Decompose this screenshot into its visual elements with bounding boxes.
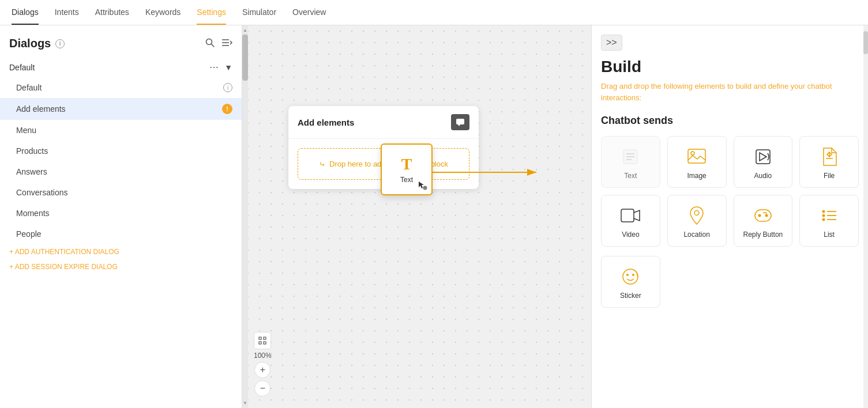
sidebar-item-add-elements[interactable]: Add elements ! xyxy=(0,98,242,120)
scroll-down-arrow[interactable]: ▼ xyxy=(242,401,248,406)
svg-point-37 xyxy=(626,274,629,276)
expand-icon[interactable]: ▼ xyxy=(224,63,232,72)
sidebar-item-answers[interactable]: Answers xyxy=(0,161,242,182)
sidebar-items: Default i Add elements ! Menu Products A… xyxy=(0,77,242,408)
svg-marker-23 xyxy=(760,153,766,161)
sidebar-item-answers-label: Answers xyxy=(16,167,47,176)
sidebar-item-products-label: Products xyxy=(16,146,48,156)
sticker-element-icon xyxy=(620,266,641,287)
sidebar-item-conversations[interactable]: Conversations xyxy=(0,182,242,203)
right-scrollbar[interactable] xyxy=(863,25,868,408)
sidebar-item-moments[interactable]: Moments xyxy=(0,203,242,224)
zoom-percent-label: 100% xyxy=(254,352,272,360)
zoom-in-button[interactable]: + xyxy=(254,362,270,378)
nav-settings[interactable]: Settings xyxy=(197,1,226,25)
dialog-group-header: Default ⋯ ▼ xyxy=(0,57,242,77)
image-element-label: Image xyxy=(687,172,706,180)
more-options-icon[interactable]: ⋯ xyxy=(209,62,219,73)
svg-point-21 xyxy=(691,152,694,155)
zoom-fit-button[interactable] xyxy=(254,332,271,349)
canvas-scrollbar[interactable]: ▲ ▼ xyxy=(242,25,248,408)
svg-point-29 xyxy=(765,214,768,217)
chat-bubble-icon xyxy=(451,114,469,130)
location-element-label: Location xyxy=(683,231,709,239)
element-file[interactable]: File xyxy=(799,136,859,188)
svg-point-38 xyxy=(632,274,634,276)
chatbot-sends-title: Chatbot sends xyxy=(601,115,859,127)
element-sticker[interactable]: Sticker xyxy=(601,256,660,308)
drop-zone-icon: ⤷ xyxy=(319,160,326,169)
dialog-group-label: Default xyxy=(9,63,35,72)
element-image[interactable]: Image xyxy=(667,136,727,188)
sidebar-item-default-child[interactable]: Default i xyxy=(0,77,242,98)
elements-grid: Text Image xyxy=(601,136,859,247)
scroll-up-arrow[interactable]: ▲ xyxy=(242,28,248,33)
right-panel: >> Build Drag and drop the following ele… xyxy=(591,25,868,408)
sticker-element-label: Sticker xyxy=(620,292,641,300)
right-scrollbar-thumb[interactable] xyxy=(863,31,868,54)
sidebar-info-icon[interactable]: i xyxy=(55,39,65,48)
svg-rect-12 xyxy=(259,337,261,339)
audio-element-icon xyxy=(753,146,773,167)
svg-point-34 xyxy=(822,218,825,221)
location-element-icon xyxy=(686,205,707,226)
svg-rect-27 xyxy=(755,210,771,221)
svg-rect-22 xyxy=(756,150,770,164)
svg-point-28 xyxy=(758,214,761,217)
element-reply-button[interactable]: Reply Button xyxy=(734,195,793,247)
sticker-row: Sticker xyxy=(601,256,859,308)
element-video[interactable]: Video xyxy=(601,195,660,247)
svg-rect-13 xyxy=(264,337,266,339)
add-auth-dialog-button[interactable]: + ADD AUTHENTICATION DIALOG xyxy=(0,244,242,259)
nav-intents[interactable]: Intents xyxy=(55,1,79,25)
text-block-dragging[interactable]: T Text xyxy=(381,143,433,195)
search-icon[interactable] xyxy=(205,37,215,50)
panel-title: Build xyxy=(601,58,859,76)
text-block-letter-icon: T xyxy=(401,155,412,173)
text-element-label: Text xyxy=(624,172,637,180)
nav-dialogs[interactable]: Dialogs xyxy=(12,1,39,25)
sidebar-item-conversations-label: Conversations xyxy=(16,188,68,197)
collapse-icon[interactable] xyxy=(222,39,232,49)
list-element-label: List xyxy=(824,231,835,239)
panel-subtitle: Drag and drop the following elements to … xyxy=(601,81,859,103)
svg-point-32 xyxy=(822,214,825,217)
panel-expand-button[interactable]: >> xyxy=(601,35,622,51)
sidebar-item-add-elements-label: Add elements xyxy=(16,104,66,114)
element-location[interactable]: Location xyxy=(667,195,727,247)
add-elements-card-title: Add elements xyxy=(298,118,354,127)
file-element-icon xyxy=(819,146,840,167)
svg-marker-6 xyxy=(458,124,460,126)
list-element-icon xyxy=(819,205,840,226)
sidebar-item-products[interactable]: Products xyxy=(0,141,242,161)
image-element-icon xyxy=(686,146,707,167)
sidebar-title: Dialogs i xyxy=(9,37,65,50)
sidebar-item-people-label: People xyxy=(16,229,42,239)
svg-rect-14 xyxy=(259,342,261,344)
nav-simulator[interactable]: Simulator xyxy=(242,1,276,25)
scroll-thumb[interactable] xyxy=(242,35,248,81)
arrow-indicator xyxy=(433,161,548,184)
zoom-out-button[interactable]: − xyxy=(254,380,270,396)
nav-overview[interactable]: Overview xyxy=(292,1,326,25)
svg-rect-25 xyxy=(621,209,634,222)
dialog-group-icons: ⋯ ▼ xyxy=(209,62,232,73)
sidebar-item-people[interactable]: People xyxy=(0,224,242,244)
sidebar-header-icons xyxy=(205,37,232,50)
sidebar-item-menu-label: Menu xyxy=(16,126,36,135)
add-elements-card-header: Add elements xyxy=(288,106,479,139)
nav-attributes[interactable]: Attributes xyxy=(95,1,129,25)
audio-element-label: Audio xyxy=(754,172,772,180)
sidebar-title-text: Dialogs xyxy=(9,37,51,50)
element-audio[interactable]: Audio xyxy=(734,136,793,188)
canvas-area[interactable]: ▲ ▼ Add elements ⤷ Drop here to xyxy=(242,25,591,408)
nav-keywords[interactable]: Keywords xyxy=(145,1,181,25)
add-session-dialog-button[interactable]: + ADD SESSION EXPIRE DIALOG xyxy=(0,259,242,274)
sidebar-header: Dialogs i xyxy=(0,25,242,57)
sidebar-item-menu[interactable]: Menu xyxy=(0,120,242,141)
svg-rect-20 xyxy=(688,149,705,163)
video-element-icon xyxy=(620,205,641,226)
sidebar: Dialogs i xyxy=(0,25,242,408)
text-block-label: Text xyxy=(400,176,413,184)
element-list[interactable]: List xyxy=(799,195,859,247)
